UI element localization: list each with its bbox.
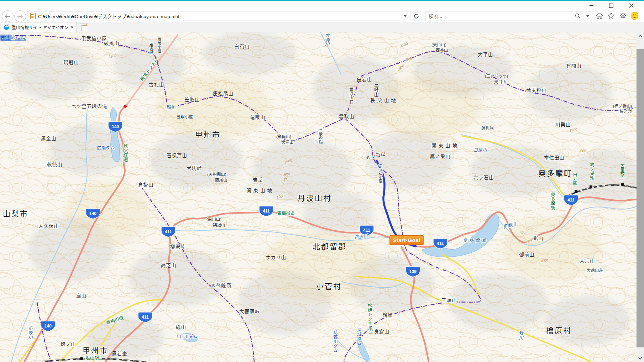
- address-bar[interactable]: [27, 11, 422, 21]
- close-button[interactable]: [621, 1, 641, 10]
- map-label: 雲取山: [339, 114, 355, 119]
- map-label: 棒ノ嶺: [619, 109, 632, 114]
- map-label: 扇山: [76, 293, 87, 299]
- map-label: 関東山地: [431, 143, 459, 148]
- svg-text:139: 139: [409, 269, 417, 274]
- map-label: 雁坂峠: [149, 43, 153, 55]
- feedback-button[interactable]: [630, 11, 639, 20]
- map-label: 鋸山: [533, 236, 544, 241]
- map-label: 岩岳: [253, 177, 263, 183]
- scroll-up-button[interactable]: [637, 32, 644, 40]
- maximize-button[interactable]: [601, 1, 621, 10]
- home-icon: [596, 12, 603, 19]
- map-label: 古礼山: [149, 82, 164, 88]
- map-label: 古里駅: [619, 163, 624, 177]
- settings-button[interactable]: [618, 11, 628, 20]
- map-label: 鶴峠: [382, 312, 393, 318]
- search-icon[interactable]: [575, 13, 581, 19]
- map-label: 鶏冠山: [63, 60, 79, 65]
- map-label: 上日川ダム: [175, 334, 198, 339]
- map-label: 柳沢峠: [170, 244, 186, 250]
- map-label: (黒川山): [206, 217, 221, 221]
- map-label: 奥多摩駅: [550, 192, 555, 210]
- map-label: (飛龍山): [276, 134, 291, 139]
- search-input[interactable]: [425, 14, 575, 19]
- map-label: 甲州市: [83, 346, 108, 355]
- map-label: 白岩山: [357, 77, 372, 82]
- map-label: 大洞山: [281, 140, 294, 145]
- window-accent-border: [0, 0, 644, 1]
- map-label: (棒ノ折山): [613, 104, 632, 108]
- gsi-link-text[interactable]: 国土地理院: [1, 35, 26, 41]
- map-label: 大菩薩嶺: [211, 283, 231, 288]
- forward-icon: [17, 14, 23, 19]
- map-label: 犬切峠: [187, 166, 202, 171]
- title-bar[interactable]: [0, 1, 644, 10]
- start-goal-marker: Start·Goal: [390, 235, 423, 245]
- map-label: 七ッ石小屋: [378, 163, 383, 184]
- refresh-button[interactable]: [410, 14, 422, 19]
- url-input[interactable]: [38, 14, 400, 19]
- map-label: 三峰山: [373, 82, 379, 98]
- tab-close-button[interactable]: [69, 26, 75, 29]
- chevron-up-icon: [638, 35, 642, 37]
- map-label: 大洞川: [324, 33, 329, 46]
- svg-text:140: 140: [44, 324, 52, 329]
- minimize-button[interactable]: [581, 1, 601, 10]
- address-dropdown-icon[interactable]: [404, 15, 407, 17]
- scroll-down-button[interactable]: [637, 354, 644, 362]
- map-label: 三条の湯: [318, 127, 323, 144]
- map-label: 鶏冠山: [213, 222, 225, 227]
- map-label: 酉谷山: [436, 48, 448, 52]
- smiley-icon: [630, 12, 639, 20]
- map-label: 日原川: [473, 148, 487, 153]
- map-label: 丹波山村: [298, 194, 332, 202]
- map-label: (三ツドッケ): [485, 74, 508, 78]
- svg-text:411: 411: [437, 241, 444, 246]
- gear-icon: [619, 12, 627, 19]
- star-icon: [607, 12, 615, 19]
- map-label: 破風山: [104, 41, 120, 46]
- tab-bar: 登山情報サイト ヤマケイオンラ...: [0, 22, 644, 32]
- map-label: 鷹ノ巣山: [430, 154, 451, 159]
- svg-text:411: 411: [142, 315, 149, 320]
- map-label: 唐松尾山: [213, 91, 234, 96]
- map-label: 高芝山: [161, 262, 177, 268]
- search-box[interactable]: [425, 11, 593, 21]
- map-label: 蕎麦粒山: [526, 88, 547, 93]
- home-button[interactable]: [595, 11, 604, 20]
- map-label: 三頭山: [441, 298, 457, 303]
- svg-text:411: 411: [165, 229, 172, 234]
- map-label: 川乗山: [555, 122, 571, 127]
- map-label: 雁峠: [167, 104, 177, 110]
- new-tab-icon: [82, 25, 86, 31]
- map-label: 白石山: [234, 44, 250, 49]
- favorites-button[interactable]: [606, 11, 616, 20]
- ie-logo-icon: [3, 24, 10, 31]
- map-label: 有間山: [566, 63, 582, 69]
- tab-yamakei[interactable]: 登山情報サイト ヤマケイオンラ...: [1, 22, 77, 32]
- scrollbar-thumb[interactable]: [637, 49, 644, 347]
- map-label: 笠取小屋: [177, 114, 193, 119]
- gsi-attribution-link[interactable]: 国土地理院: [0, 35, 26, 41]
- map-label: 本仁田山: [544, 155, 565, 161]
- map-label: 雁坂小屋: [157, 37, 162, 54]
- map-label: 大岳山: [580, 258, 595, 264]
- map-label: 大菩薩峠: [239, 309, 260, 314]
- vertical-scrollbar[interactable]: [637, 32, 644, 362]
- new-tab-button[interactable]: [79, 23, 88, 32]
- map-label: 御前山: [519, 252, 535, 257]
- map-label: 甲武信小屋: [81, 36, 107, 41]
- back-button[interactable]: [2, 10, 14, 22]
- map-label: 塩ノ山: [61, 342, 76, 347]
- svg-text:411: 411: [263, 209, 270, 214]
- svg-text:411: 411: [567, 198, 575, 203]
- page-file-icon: [30, 13, 36, 19]
- map-label: 松姫トンネル: [367, 303, 372, 330]
- map-label: 600: [580, 149, 586, 153]
- forward-button[interactable]: [14, 10, 26, 22]
- map-canvas[interactable]: 140140140411411411411411411139 甲武信小屋破風山鶏…: [0, 32, 644, 362]
- svg-text:140: 140: [89, 211, 96, 216]
- search-dropdown-icon[interactable]: [586, 15, 589, 17]
- svg-text:411: 411: [363, 228, 370, 233]
